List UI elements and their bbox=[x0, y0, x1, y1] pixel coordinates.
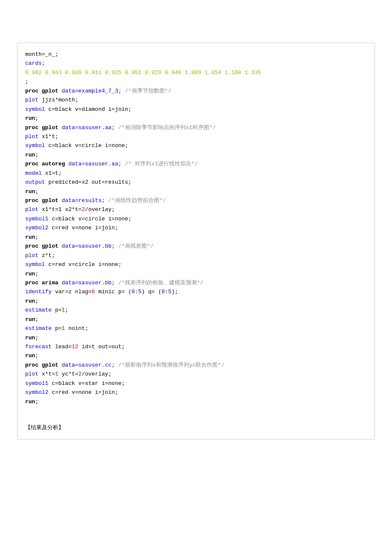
code-line-20: symbol2 c=red v=none i=join; bbox=[25, 223, 367, 232]
code-line-26: proc arima data=sasuser.bb; /*残差序列的检验、建模… bbox=[25, 278, 367, 287]
code-line-5: proc gplot data=example4_7_3; /*画季节指数图*/ bbox=[25, 87, 367, 95]
code-line-18: plot x1*t=1 x2*t=2/overlay; bbox=[25, 205, 367, 214]
code-line-blank bbox=[25, 406, 367, 415]
code-line-11: symbol c=black v=circle i=none; bbox=[25, 141, 367, 150]
code-line-31: estimate p=1 noint; bbox=[25, 324, 367, 333]
code-line-37: symbol1 c=black v=star i=none; bbox=[25, 379, 367, 388]
code-line-30: run; bbox=[25, 315, 367, 324]
code-line-15: output predicted=x2 out=results; bbox=[25, 178, 367, 187]
code-line-32: run; bbox=[25, 333, 367, 342]
code-line-9: proc gplot data=sasuser.aa; /*画消除季节影响后的序… bbox=[25, 123, 367, 132]
code-line-6: plot jjzs*month; bbox=[25, 95, 367, 104]
code-line-23: plot z*t; bbox=[25, 251, 367, 260]
code-container: month=_n_; cards; 0.982 0.943 0.920 0.91… bbox=[17, 43, 375, 439]
code-line-35: proc gplot data=sasuser.cc; /*观察值序列x和预测值… bbox=[25, 361, 367, 370]
section-label: 【结果及分析】 bbox=[25, 423, 367, 432]
code-line-24: symbol c=red v=circle i=none; bbox=[25, 260, 367, 269]
code-line-16: run; bbox=[25, 187, 367, 196]
code-line-29: estimate p=1; bbox=[25, 306, 367, 315]
code-line-19: symbol1 c=black v=circle i=none; bbox=[25, 214, 367, 223]
code-line-1: month=_n_; bbox=[25, 50, 367, 59]
code-line-2: cards; bbox=[25, 59, 367, 68]
code-line-12: run; bbox=[25, 150, 367, 159]
code-line-10: plot x1*t; bbox=[25, 132, 367, 141]
code-line-17: proc gplot data=results; /*画线性趋势拟合图*/ bbox=[25, 196, 367, 205]
code-line-36: plot x*t=1 yc*t=2/overlay; bbox=[25, 370, 367, 379]
code-line-33: forecast lead=12 id=t out=out; bbox=[25, 342, 367, 351]
code-line-27: identify var=z nlag=8 minic p= (0:5) q= … bbox=[25, 287, 367, 296]
code-line-38: symbol2 c=red v=none i=join; bbox=[25, 388, 367, 397]
code-line-13: proc autoreg data=sasuser.aa; /* 对序列x1进行… bbox=[25, 159, 367, 168]
code-line-34: run; bbox=[25, 351, 367, 360]
code-line-4: ; bbox=[25, 77, 367, 86]
code-line-14: model x1=t; bbox=[25, 169, 367, 178]
code-line-39: run; bbox=[25, 397, 367, 406]
code-line-8: run; bbox=[25, 114, 367, 123]
code-line-21: run; bbox=[25, 233, 367, 242]
code-line-25: run; bbox=[25, 269, 367, 278]
code-line-28: run; bbox=[25, 297, 367, 306]
code-line-3: 0.982 0.943 0.920 0.911 0.925 0.951 0.92… bbox=[25, 68, 367, 77]
code-line-7: symbol c=black v=diamond i=join; bbox=[25, 105, 367, 114]
code-line-22: proc gplot data=sasuser.bb; /*画残差图*/ bbox=[25, 242, 367, 251]
